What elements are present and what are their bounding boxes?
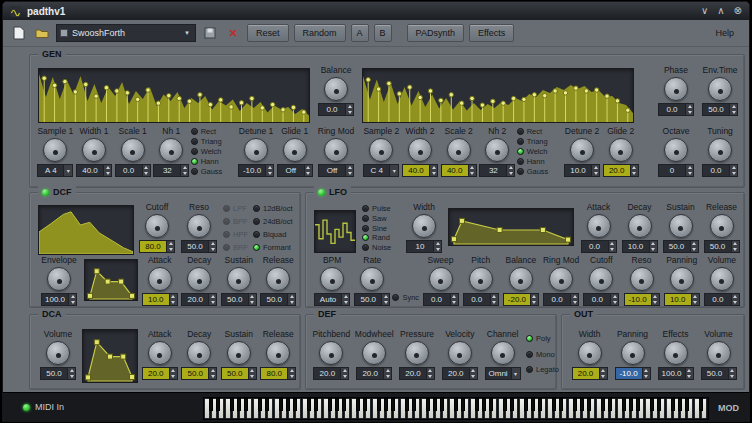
volume-knob[interactable] [710, 267, 734, 291]
maximize-button[interactable]: ∧ [717, 6, 724, 16]
sample-2-combo[interactable]: C 4▾ [363, 164, 399, 177]
radio-rect[interactable]: Rect [517, 127, 563, 136]
ring-mod-knob[interactable] [324, 138, 348, 162]
volume-knob[interactable] [46, 341, 70, 365]
piano-black-key[interactable] [279, 398, 283, 411]
rate-knob[interactable] [360, 267, 384, 291]
piano-black-key[interactable] [671, 398, 675, 411]
volume-value[interactable]: 50.0 [40, 367, 76, 380]
decay-value[interactable]: 20.0 [181, 293, 217, 306]
piano-black-key[interactable] [230, 398, 234, 411]
dcf-filter-display[interactable] [38, 205, 134, 255]
new-preset-icon[interactable] [10, 24, 28, 42]
sample-2-knob[interactable] [369, 138, 393, 162]
panning-value[interactable]: -10.0 [615, 367, 651, 380]
spinner-arrows[interactable] [208, 241, 216, 252]
nh-2-knob[interactable] [485, 138, 509, 162]
glide-1-value[interactable]: Off [277, 164, 313, 177]
piano-black-key[interactable] [552, 398, 556, 411]
piano-black-key[interactable] [363, 398, 367, 411]
env-time-value[interactable]: 50.0 [702, 103, 738, 116]
sweep-knob[interactable] [429, 267, 453, 291]
radio-rect[interactable]: Rect [191, 127, 237, 136]
reset-button[interactable]: Reset [247, 24, 289, 42]
radio-welch[interactable]: Welch [517, 147, 563, 156]
piano-black-key[interactable] [384, 398, 388, 411]
spinner-arrows[interactable] [469, 368, 477, 379]
spinner-arrows[interactable] [728, 368, 736, 379]
spinner-arrows[interactable] [248, 368, 256, 379]
spinner-arrows[interactable] [608, 241, 616, 252]
phase-knob[interactable] [664, 77, 688, 101]
piano-black-key[interactable] [629, 398, 633, 411]
piano-black-key[interactable] [538, 398, 542, 411]
padsynth-button[interactable]: PADsynth [407, 24, 464, 42]
reso-value[interactable]: -10.0 [624, 293, 660, 306]
envelope-knob[interactable] [47, 267, 71, 291]
nh-1-knob[interactable] [159, 138, 183, 162]
channel-combo[interactable]: Omni▾ [485, 367, 521, 380]
effects-value[interactable]: 100.0 [658, 367, 694, 380]
spinner-arrows[interactable] [450, 294, 458, 305]
balance-knob[interactable] [324, 77, 348, 101]
bpm-knob[interactable] [320, 267, 344, 291]
piano-black-key[interactable] [440, 398, 444, 411]
spinner-arrows[interactable] [610, 294, 618, 305]
piano-black-key[interactable] [335, 398, 339, 411]
cutoff-value[interactable]: 0.0 [583, 293, 619, 306]
piano-black-key[interactable] [510, 398, 514, 411]
width-2-value[interactable]: 40.0 [402, 164, 438, 177]
balance-knob[interactable] [509, 267, 533, 291]
sustain-value[interactable]: 50.0 [663, 240, 699, 253]
piano-black-key[interactable] [650, 398, 654, 411]
radio-hpf[interactable]: HPF [223, 230, 252, 239]
spinner-arrows[interactable] [142, 165, 150, 176]
attack-value[interactable]: 10.0 [142, 293, 178, 306]
piano-black-key[interactable] [412, 398, 416, 411]
spinner-arrows[interactable] [67, 368, 75, 379]
piano-black-key[interactable] [622, 398, 626, 411]
scale-2-knob[interactable] [447, 138, 471, 162]
radio-lpf[interactable]: LPF [223, 204, 252, 213]
open-preset-icon[interactable] [33, 24, 51, 42]
release-knob[interactable] [266, 341, 290, 365]
attack-knob[interactable] [148, 341, 172, 365]
spinner-arrows[interactable] [642, 368, 650, 379]
dcf-envelope-display[interactable] [84, 259, 138, 301]
sample-1-combo[interactable]: A 4▾ [37, 164, 73, 177]
b-button[interactable]: B [374, 24, 392, 42]
delete-preset-icon[interactable]: ✕ [224, 24, 242, 42]
decay-value[interactable]: 10.0 [622, 240, 658, 253]
spinner-arrows[interactable] [304, 165, 312, 176]
effects-knob[interactable] [664, 341, 688, 365]
dca-envelope-display[interactable] [82, 329, 138, 383]
sample1-spectrum-display[interactable] [38, 68, 310, 123]
sustain-value[interactable]: 50.0 [221, 367, 257, 380]
decay-knob[interactable] [628, 214, 652, 238]
radio-triang[interactable]: Triang [191, 137, 237, 146]
piano-black-key[interactable] [405, 398, 409, 411]
spinner-arrows[interactable] [649, 241, 657, 252]
help-button[interactable]: Help [707, 24, 742, 42]
spinner-arrows[interactable] [570, 294, 578, 305]
width-value[interactable]: 20.0 [572, 367, 608, 380]
volume-knob[interactable] [707, 341, 731, 365]
sync-checkbox[interactable]: Sync [392, 293, 420, 302]
minimize-button[interactable]: ∨ [701, 6, 708, 16]
preset-combo[interactable]: SwooshForth ▾ [56, 24, 196, 42]
sustain-value[interactable]: 50.0 [221, 293, 257, 306]
radio-hann[interactable]: Hann [517, 157, 563, 166]
spinner-arrows[interactable] [691, 294, 699, 305]
piano-black-key[interactable] [587, 398, 591, 411]
piano-black-key[interactable] [237, 398, 241, 411]
piano-black-key[interactable] [209, 398, 213, 411]
width-knob[interactable] [412, 214, 436, 238]
radio-brf[interactable]: BRF [223, 243, 252, 252]
lfo-wave-display[interactable] [314, 210, 356, 253]
cutoff-value[interactable]: 80.0 [139, 240, 175, 253]
piano-black-key[interactable] [342, 398, 346, 411]
radio-welch[interactable]: Welch [191, 147, 237, 156]
width-1-knob[interactable] [82, 138, 106, 162]
detune-2-value[interactable]: 10.0 [564, 164, 600, 177]
detune-1-value[interactable]: -10.0 [238, 164, 274, 177]
